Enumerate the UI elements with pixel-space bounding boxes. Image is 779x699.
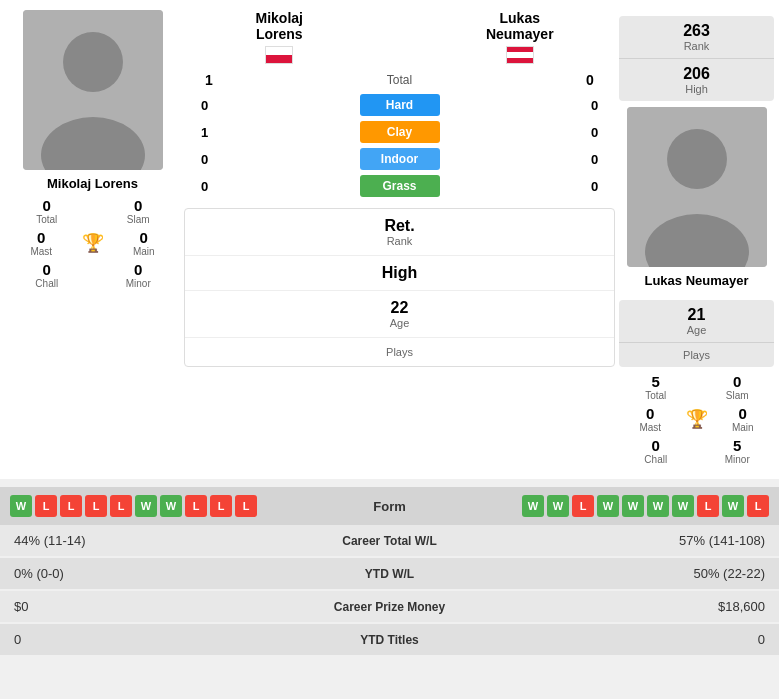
stats-left-val: 0% (0-0) xyxy=(14,566,164,581)
left-rank-lbl: Rank xyxy=(387,235,413,247)
stats-right-val: 57% (141-108) xyxy=(615,533,765,548)
left-age-val: 22 xyxy=(391,299,409,317)
grass-left: 0 xyxy=(192,179,217,194)
right-slam-label: Slam xyxy=(726,390,749,401)
left-plays-lbl: Plays xyxy=(386,346,413,358)
left-mast-label: Mast xyxy=(30,246,52,257)
trophy-icon-right: 🏆 xyxy=(686,408,708,430)
form-badge-right: L xyxy=(572,495,594,517)
form-badge-right: W xyxy=(622,495,644,517)
left-bottom-stats: 0 Chall 0 Minor xyxy=(5,261,180,289)
middle-header: MikolajLorens LukasNeumayer xyxy=(184,10,615,64)
form-badge-left: L xyxy=(85,495,107,517)
form-badge-left: L xyxy=(60,495,82,517)
left-flag xyxy=(265,46,293,64)
left-total-score: 1 xyxy=(194,72,224,88)
left-main-label: Main xyxy=(133,246,155,257)
left-minor-label: Minor xyxy=(126,278,151,289)
stats-row: 0YTD Titles0 xyxy=(0,624,779,655)
right-form-badges: WWLWWWWLWL xyxy=(522,495,769,517)
right-age-val: 21 xyxy=(688,306,706,324)
left-total-label: Total xyxy=(36,214,57,225)
stats-left-val: $0 xyxy=(14,599,164,614)
right-trophy-row: 0 Mast 🏆 0 Main xyxy=(619,405,774,433)
right-age-lbl: Age xyxy=(687,324,707,336)
middle-panel: MikolajLorens LukasNeumayer 1 Total 0 0 xyxy=(180,10,619,469)
left-chall-val: 0 xyxy=(43,261,51,278)
right-mast-label: Mast xyxy=(639,422,661,433)
stats-right-val: 0 xyxy=(615,632,765,647)
left-slam-val: 0 xyxy=(134,197,142,214)
left-chall-label: Chall xyxy=(35,278,58,289)
stats-left-val: 44% (11-14) xyxy=(14,533,164,548)
indoor-badge: Indoor xyxy=(360,148,440,170)
clay-right: 0 xyxy=(582,125,607,140)
form-section: WLLLLWWLLL Form WWLWWWWLWL xyxy=(0,487,779,525)
stats-center-label: Career Prize Money xyxy=(164,600,615,614)
right-main-label: Main xyxy=(732,422,754,433)
right-info-box-top: 263 Rank 206 High xyxy=(619,16,774,101)
left-info-box: Ret. Rank High 22 Age Plays xyxy=(184,208,615,367)
main-container: Mikolaj Lorens 0 Total 0 Slam 0 Mast 🏆 xyxy=(0,0,779,655)
form-badge-left: L xyxy=(210,495,232,517)
players-section: Mikolaj Lorens 0 Total 0 Slam 0 Mast 🏆 xyxy=(0,0,779,479)
right-age-cell: 21 Age xyxy=(619,300,774,343)
right-info-box-bottom: 21 Age Plays xyxy=(619,300,774,367)
left-minor-val: 0 xyxy=(134,261,142,278)
left-high-cell: High xyxy=(185,256,614,291)
left-trophy-row: 0 Mast 🏆 0 Main xyxy=(5,229,180,257)
left-high-val: High xyxy=(382,264,418,282)
surface-row-grass: 0 Grass 0 xyxy=(184,175,615,197)
svg-point-1 xyxy=(63,32,123,92)
right-rank-val: 263 xyxy=(683,22,710,40)
grass-badge: Grass xyxy=(360,175,440,197)
right-flag xyxy=(506,46,534,64)
left-player-avatar xyxy=(23,10,163,170)
form-badge-right: W xyxy=(672,495,694,517)
surface-row-hard: 0 Hard 0 xyxy=(184,94,615,116)
left-player-name: Mikolaj Lorens xyxy=(47,176,138,191)
indoor-left: 0 xyxy=(192,152,217,167)
form-badge-left: W xyxy=(135,495,157,517)
right-total-val: 5 xyxy=(652,373,660,390)
left-player-stats: 0 Total 0 Slam xyxy=(5,197,180,225)
form-badge-right: L xyxy=(747,495,769,517)
right-rank-lbl: Rank xyxy=(684,40,710,52)
stats-left-val: 0 xyxy=(14,632,164,647)
right-player-name: Lukas Neumayer xyxy=(644,273,748,288)
total-label: Total xyxy=(224,73,575,87)
clay-left: 1 xyxy=(192,125,217,140)
right-high-val: 206 xyxy=(683,65,710,83)
right-slam-val: 0 xyxy=(733,373,741,390)
right-player-stats: 5 Total 0 Slam xyxy=(619,373,774,401)
right-minor-label: Minor xyxy=(725,454,750,465)
right-mast-val: 0 xyxy=(646,405,654,422)
left-player-card: Mikolaj Lorens 0 Total 0 Slam 0 Mast 🏆 xyxy=(5,10,180,469)
left-mast-val: 0 xyxy=(37,229,45,246)
stats-row: 44% (11-14)Career Total W/L57% (141-108) xyxy=(0,525,779,556)
clay-badge: Clay xyxy=(360,121,440,143)
right-total-score: 0 xyxy=(575,72,605,88)
stats-center-label: Career Total W/L xyxy=(164,534,615,548)
form-badge-right: W xyxy=(722,495,744,517)
form-badge-left: W xyxy=(10,495,32,517)
right-total-label: Total xyxy=(645,390,666,401)
hard-left: 0 xyxy=(192,98,217,113)
left-age-lbl: Age xyxy=(390,317,410,329)
stats-row: $0Career Prize Money$18,600 xyxy=(0,591,779,622)
right-bottom-stats: 0 Chall 5 Minor xyxy=(619,437,774,465)
form-badge-right: W xyxy=(547,495,569,517)
surface-rows: 0 Hard 0 1 Clay 0 0 Indoor 0 0 Grass xyxy=(184,94,615,202)
left-age-cell: 22 Age xyxy=(185,291,614,338)
left-total-val: 0 xyxy=(43,197,51,214)
right-chall-label: Chall xyxy=(644,454,667,465)
left-name-center: MikolajLorens xyxy=(256,10,303,42)
right-main-val: 0 xyxy=(739,405,747,422)
left-rank-cell: Ret. Rank xyxy=(185,209,614,256)
surface-row-indoor: 0 Indoor 0 xyxy=(184,148,615,170)
surface-row-clay: 1 Clay 0 xyxy=(184,121,615,143)
right-player-info: LukasNeumayer xyxy=(425,10,616,64)
right-plays-lbl: Plays xyxy=(683,349,710,361)
form-badge-right: L xyxy=(697,495,719,517)
right-high-lbl: High xyxy=(685,83,708,95)
